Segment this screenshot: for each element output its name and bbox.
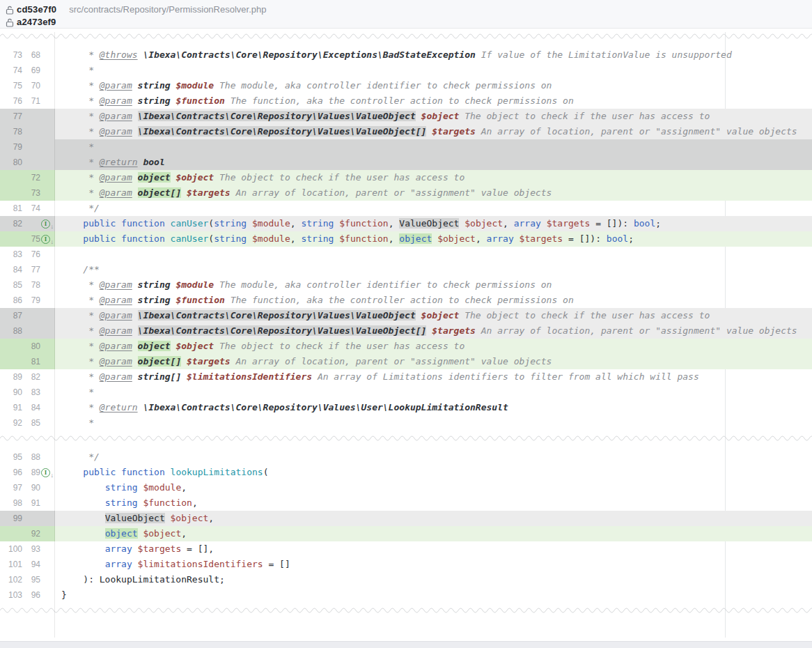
gutter: 77 [0,109,55,124]
code-token: array [105,559,132,569]
code-token: @param [100,325,132,336]
code-token [132,187,138,198]
code-token: @param [100,187,132,198]
code-line[interactable]: */ [55,449,812,465]
implemented-method-icon[interactable]: I↓ [41,235,50,244]
gutter: 82I↓ [0,216,55,231]
code-line[interactable]: * @param string $module The module, aka … [55,78,812,93]
code-line[interactable]: object $object, [55,526,812,541]
code-line[interactable]: ): LookupLimitationResult; [55,572,812,587]
code-line[interactable]: * @param object[] $targets An array of l… [55,185,812,201]
gutter-separator [54,32,55,638]
code-token: * [61,141,94,152]
code-token: * [61,172,100,183]
diff-row: 9689I↓ public function lookupLimitations… [0,465,812,480]
code-line[interactable]: * [55,139,812,155]
code-token: @param [100,310,132,321]
line-number-old: 75 [4,78,22,93]
code-token: An array of location, parent or "assignm… [231,187,552,198]
code-line[interactable]: } [55,587,812,603]
diff-row: 75I↓ public function canUser(string $mod… [0,231,812,247]
code-line[interactable]: /** [55,262,812,277]
code-token: * [61,356,100,367]
gutter-icon-slot: I↓ [41,468,55,477]
code-line[interactable]: * @param string $module The module, aka … [55,277,812,293]
code-line[interactable]: * [55,63,812,78]
code-token [132,111,138,121]
code-line[interactable]: * @param object[] $targets An array of l… [55,354,812,369]
code-token [61,467,83,477]
code-token: object [399,233,432,244]
code-token: = []): [590,218,634,229]
code-token: , [476,233,487,244]
line-number-old: 97 [4,480,22,495]
code-line[interactable]: public function lookupLimitations( [55,465,812,480]
code-token: , [389,233,400,244]
implemented-method-icon[interactable]: I↓ [41,468,50,477]
file-path: src/contracts/Repository/PermissionResol… [69,4,266,15]
code-token [61,513,105,523]
diff-row: 9083 * [0,385,812,400]
code-line[interactable]: array $targets = [], [55,541,812,557]
code-line[interactable]: * @return \Ibexa\Contracts\Core\Reposito… [55,400,812,415]
code-line[interactable]: * @param string[] $limitationsIdentifier… [55,369,812,385]
line-number-old: 79 [4,139,22,155]
code-line[interactable]: * @param \Ibexa\Contracts\Core\Repositor… [55,124,812,139]
code-token: /** [61,264,100,275]
code-line[interactable] [55,247,812,262]
code-token [165,467,171,477]
commit-hash-new: a2473ef9 [17,17,56,27]
code-line[interactable]: string $module, [55,480,812,495]
code-line[interactable]: * @param \Ibexa\Contracts\Core\Repositor… [55,308,812,323]
code-line[interactable]: array $limitationsIdentifiers = [] [55,557,812,572]
code-token: public [83,233,116,244]
code-token: $object [437,233,476,244]
code-token: , [181,482,187,493]
diff-row: 7671 * @param string $function The funct… [0,93,812,109]
gutter: 99 [0,511,55,526]
diff-row: 9588 */ [0,449,812,465]
code-token: * [61,157,100,167]
line-number-old: 84 [4,262,22,277]
lock-icon [6,17,14,26]
code-line[interactable]: * @return bool [55,155,812,170]
code-line[interactable]: * @param \Ibexa\Contracts\Core\Repositor… [55,109,812,124]
commit-row: cd53e7f0 src/contracts/Repository/Permis… [6,3,812,15]
code-token: object[] [138,187,182,198]
code-line[interactable]: string $function, [55,495,812,511]
code-token: The object to check if the user has acce… [459,111,710,121]
down-arrow-icon: ↓ [51,472,54,479]
line-number-old: 78 [4,124,22,139]
implemented-method-icon[interactable]: I↓ [41,219,50,229]
code-line[interactable]: * @param string $function The function, … [55,293,812,308]
code-token: * [61,402,100,412]
gutter: 80 [0,155,55,170]
code-line[interactable]: * @param \Ibexa\Contracts\Core\Repositor… [55,323,812,339]
diff-row: 7570 * @param string $module The module,… [0,78,812,93]
code-line[interactable]: * @param object $object The object to ch… [55,339,812,354]
code-token: object [105,528,138,539]
code-line[interactable]: public function canUser(string $module, … [55,231,812,247]
line-number-old: 99 [4,511,22,526]
code-line[interactable]: * [55,385,812,400]
code-token: @param [100,279,132,290]
code-token [132,80,138,91]
gutter: 9285 [0,415,55,431]
code-token: @param [100,172,132,183]
gutter: 8679 [0,293,55,308]
code-token: $function [175,95,224,106]
code-line[interactable]: */ [55,201,812,216]
code-line[interactable]: ValueObject $object, [55,511,812,526]
code-token: string [301,218,334,229]
diff-rows: 7368 * @throws \Ibexa\Contracts\Core\Rep… [0,32,812,622]
code-token: * [61,387,94,397]
diff-row: 9285 * [0,415,812,431]
line-number-old: 73 [4,47,22,63]
code-token: ; [628,233,634,244]
diff-row: 77 * @param \Ibexa\Contracts\Core\Reposi… [0,109,812,124]
code-line[interactable]: public function canUser(string $module, … [55,216,812,231]
code-line[interactable]: * @throws \Ibexa\Contracts\Core\Reposito… [55,47,812,63]
code-line[interactable]: * [55,415,812,431]
code-line[interactable]: * @param string $function The function, … [55,93,812,109]
code-line[interactable]: * @param object $object The object to ch… [55,170,812,185]
